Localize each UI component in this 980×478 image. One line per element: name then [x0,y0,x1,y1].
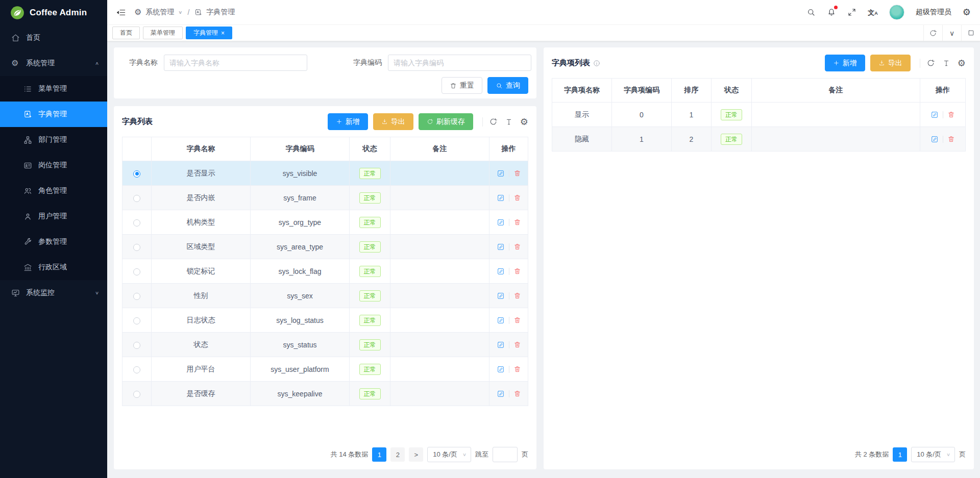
edit-icon[interactable] [497,390,505,398]
jump-page-input[interactable] [493,447,518,462]
edit-icon[interactable] [497,341,505,349]
app-logo[interactable]: Coffee Admin [0,0,107,25]
cell-item-name: 显示 [552,103,612,127]
table-density-button[interactable] [505,118,513,126]
delete-icon[interactable] [513,218,521,226]
page-button-1[interactable]: 1 [893,447,907,462]
page-size-select[interactable]: 10 条/页 ∨ [427,447,471,462]
row-radio[interactable] [133,195,140,202]
sidebar-item-dept-mgmt[interactable]: 部门管理 [0,127,107,153]
row-radio[interactable] [133,268,140,275]
table-row[interactable]: 锁定标记 sys_lock_flag 正常 [122,259,528,284]
reload-table-button[interactable] [489,117,498,126]
settings-button[interactable]: ⚙ [963,8,971,17]
table-row[interactable]: 显示 0 1 正常 [552,103,966,127]
table-row[interactable]: 状态 sys_status 正常 [122,333,528,357]
delete-icon[interactable] [513,292,521,299]
edit-icon[interactable] [497,316,505,324]
language-button[interactable]: 文A [868,9,878,16]
export-dict-button[interactable]: 导出 [373,113,413,130]
tab-menu-mgmt[interactable]: 菜单管理 [143,27,183,39]
row-radio[interactable] [133,244,140,251]
tab-options-button[interactable]: ∨ [942,25,961,41]
fullscreen-button[interactable] [847,8,856,17]
page-button-1[interactable]: 1 [372,447,386,462]
sidebar-item-user-mgmt[interactable]: 用户管理 [0,204,107,229]
page-size-select[interactable]: 10 条/页 ∨ [911,447,955,462]
delete-icon[interactable] [947,111,955,118]
refresh-tab-button[interactable] [923,25,942,41]
delete-icon[interactable] [513,316,521,324]
delete-icon[interactable] [513,365,521,373]
table-row[interactable]: 区域类型 sys_area_type 正常 [122,235,528,259]
table-density-button[interactable] [942,59,950,67]
delete-icon[interactable] [513,169,521,177]
page-button-2[interactable]: 2 [390,447,405,462]
cell-remark [752,103,920,127]
search-button[interactable] [806,8,816,17]
edit-icon[interactable] [930,135,939,143]
edit-icon[interactable] [497,218,505,227]
sidebar-item-dict-mgmt[interactable]: 字典管理 [0,102,107,127]
sidebar-collapse-button[interactable] [116,8,126,17]
table-row[interactable]: 是否内嵌 sys_frame 正常 [122,186,528,210]
row-radio[interactable] [133,317,140,324]
delete-icon[interactable] [513,390,521,397]
table-row[interactable]: 是否显示 sys_visible 正常 [122,161,528,186]
tab-home[interactable]: 首页 [112,27,140,39]
table-row[interactable]: 日志状态 sys_log_status 正常 [122,308,528,333]
row-radio[interactable] [133,219,140,227]
next-page-button[interactable]: > [409,447,423,462]
row-radio[interactable] [133,391,140,398]
row-radio[interactable] [133,170,140,178]
add-dict-button[interactable]: 新增 [328,113,368,130]
reset-button[interactable]: 重置 [442,77,482,94]
breadcrumb-root[interactable]: 系统管理 [145,8,174,17]
dict-code-input[interactable] [388,55,531,71]
sidebar-item-role-mgmt[interactable]: 角色管理 [0,178,107,204]
delete-icon[interactable] [513,341,521,348]
row-radio[interactable] [133,366,140,373]
reload-table-button[interactable] [926,59,935,67]
table-row[interactable]: 隐藏 1 2 正常 [552,127,966,152]
edit-icon[interactable] [497,292,505,300]
column-header: 备注 [390,137,489,161]
sidebar-group-system[interactable]: ⚙ 系统管理 ∧ [0,51,107,76]
delete-icon[interactable] [513,267,521,275]
row-radio[interactable] [133,342,140,349]
edit-icon[interactable] [930,111,939,119]
delete-icon[interactable] [947,135,955,143]
sidebar-item-post-mgmt[interactable]: 岗位管理 [0,153,107,178]
tab-dict-mgmt[interactable]: 字典管理 × [186,27,232,39]
username[interactable]: 超级管理员 [916,8,951,17]
table-settings-button[interactable]: ⚙ [958,59,966,68]
table-row[interactable]: 是否缓存 sys_keepalive 正常 [122,382,528,406]
refresh-cache-button[interactable]: 刷新缓存 [419,113,473,130]
add-item-button[interactable]: 新增 [825,55,865,71]
dict-name-input[interactable] [164,55,307,71]
edit-icon[interactable] [497,267,505,275]
sidebar-item-param-mgmt[interactable]: 参数管理 [0,229,107,255]
edit-icon[interactable] [497,194,505,202]
query-button[interactable]: 查询 [487,77,528,94]
close-icon[interactable]: × [221,30,225,36]
row-radio[interactable] [133,293,140,300]
notifications-button[interactable] [827,8,836,17]
table-settings-button[interactable]: ⚙ [520,117,528,127]
sidebar-item-home[interactable]: 首页 [0,25,107,51]
edit-icon[interactable] [497,365,505,373]
edit-icon[interactable] [497,169,505,178]
delete-icon[interactable] [513,243,521,250]
sidebar-group-monitor[interactable]: 系统监控 ∨ [0,280,107,306]
main-area: ⚙ 系统管理 ∨ / 字典管理 文A 超级管理员 ⚙ [107,0,980,478]
sidebar-item-menu-mgmt[interactable]: 菜单管理 [0,76,107,102]
export-item-button[interactable]: 导出 [870,55,911,71]
table-row[interactable]: 性别 sys_sex 正常 [122,284,528,308]
table-row[interactable]: 机构类型 sys_org_type 正常 [122,210,528,235]
content-fullscreen-button[interactable] [961,25,980,41]
avatar[interactable] [889,5,904,20]
sidebar-item-region[interactable]: 行政区域 [0,255,107,280]
delete-icon[interactable] [513,194,521,202]
edit-icon[interactable] [497,243,505,251]
table-row[interactable]: 用户平台 sys_user_platform 正常 [122,357,528,382]
